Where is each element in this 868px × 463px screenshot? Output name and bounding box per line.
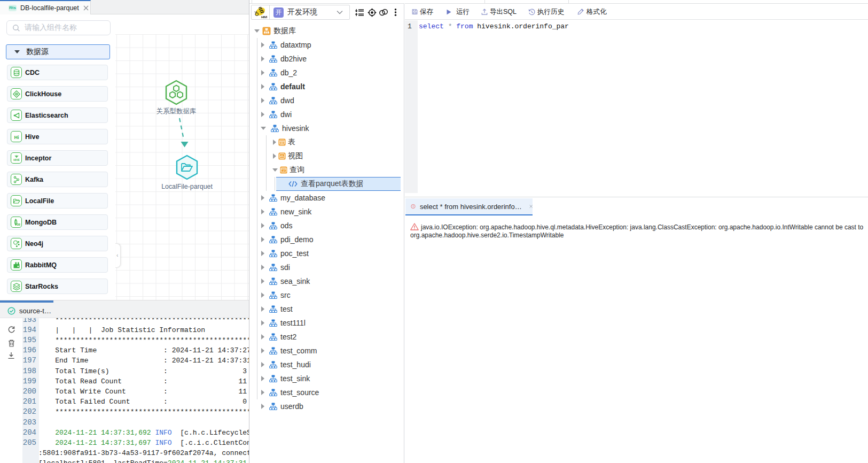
svg-text:HIVE: HIVE (261, 15, 267, 19)
svg-text:DB: DB (17, 222, 20, 226)
svg-text:HIVE: HIVE (13, 158, 20, 161)
svg-text:Hi: Hi (14, 134, 19, 140)
